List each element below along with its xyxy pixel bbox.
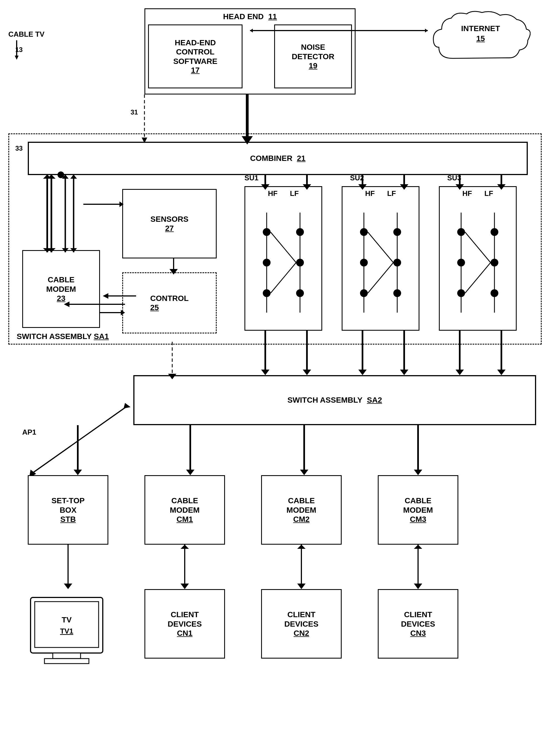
client-cn1-box: CLIENT DEVICES CN1 (144, 589, 225, 658)
stb-label: SET-TOP (52, 496, 85, 506)
su2-box: HF LF (342, 186, 420, 331)
svg-point-12 (263, 259, 270, 266)
sa1-sa2-dashed-arrow (165, 342, 179, 379)
svg-line-27 (368, 232, 393, 263)
svg-marker-48 (456, 184, 464, 190)
svg-marker-109 (62, 248, 69, 252)
su3-down-arrow-left (453, 331, 467, 375)
combiner-su1-arrow-right (300, 174, 314, 190)
svg-marker-106 (414, 545, 422, 549)
cn1-label: CLIENT (168, 610, 202, 619)
head-end-combiner-arrow (236, 95, 258, 144)
combiner-su2-arrow-right (397, 174, 411, 190)
svg-point-31 (457, 228, 465, 236)
switch-assembly-sa2-box: SWITCH ASSEMBLY SA2 (133, 375, 536, 425)
combiner-su2-arrow-left (356, 174, 369, 190)
svg-point-14 (296, 228, 304, 236)
svg-rect-94 (53, 653, 80, 658)
svg-marker-72 (400, 369, 408, 375)
modem-control-arrow (100, 306, 125, 320)
svg-marker-111 (70, 174, 77, 179)
cn2-id: CN2 (285, 629, 319, 638)
svg-marker-83 (74, 469, 82, 475)
dashed-arrow-1 (117, 95, 172, 150)
cm2-cn2-arrow (294, 545, 308, 589)
internet-label: INTERNET (431, 24, 531, 34)
sa2-id: SA2 (367, 396, 382, 404)
svg-marker-91 (64, 584, 72, 589)
svg-line-38 (465, 263, 491, 293)
sensors-label: SENSORS (151, 215, 189, 224)
svg-marker-42 (303, 184, 311, 190)
svg-point-35 (491, 259, 498, 266)
noise-detector-id: 19 (292, 61, 334, 70)
svg-marker-78 (124, 403, 131, 409)
svg-marker-66 (261, 369, 269, 375)
svg-point-21 (360, 228, 368, 236)
modem-to-sensors-arrow (83, 197, 124, 211)
svg-point-25 (393, 259, 401, 266)
svg-marker-44 (358, 184, 367, 190)
svg-marker-85 (186, 469, 194, 475)
cm3-id: CM3 (403, 515, 433, 524)
internet-id: 15 (431, 34, 531, 44)
cm2-label: CABLE (286, 496, 316, 506)
su2-down-arrow-left (356, 331, 369, 375)
svg-point-34 (491, 228, 498, 236)
svg-marker-1 (250, 29, 253, 33)
svg-marker-2 (425, 29, 428, 33)
main-diagram: HEAD END 11 HEAD-END CONTROL SOFTWARE 17… (0, 0, 560, 745)
svg-point-32 (457, 259, 465, 266)
cn2-label: CLIENT (285, 610, 319, 619)
su2-down-arrow-right (397, 331, 411, 375)
svg-marker-60 (169, 269, 178, 274)
cable-modem-23-box: CABLE MODEM 23 (22, 250, 100, 328)
client-cn2-box: CLIENT DEVICES CN2 (261, 589, 342, 658)
stb-id: STB (52, 515, 85, 524)
svg-point-11 (263, 228, 270, 236)
svg-marker-114 (120, 201, 124, 207)
cable-modem-cm3-box: CABLE MODEM CM3 (378, 475, 458, 545)
ref-33: 33 (15, 144, 23, 152)
combiner-box: COMBINER 21 (28, 142, 528, 175)
sensors-control-arrow (167, 258, 180, 274)
combiner-id: 21 (297, 154, 305, 163)
svg-marker-105 (414, 584, 422, 589)
stb-tv-arrow (61, 545, 75, 589)
su3-box: HF LF (439, 186, 517, 331)
svg-point-22 (360, 259, 368, 266)
combiner-left-arrows (61, 174, 83, 252)
svg-marker-8 (142, 137, 147, 143)
svg-marker-89 (414, 469, 422, 475)
combiner-modem-arrow (42, 174, 58, 252)
svg-marker-102 (297, 584, 305, 589)
switch-assembly-sa1-label: SWITCH ASSEMBLY SA1 (17, 332, 109, 341)
sa2-cm3-arrow (411, 425, 425, 475)
svg-point-24 (393, 228, 401, 236)
svg-rect-93 (35, 602, 99, 647)
svg-point-26 (393, 289, 401, 297)
cable-modem-23-label: CABLE (46, 275, 76, 285)
svg-marker-6 (242, 136, 253, 144)
su1-down-arrow-right (300, 331, 314, 375)
sa2-cm1-arrow (183, 425, 197, 475)
set-top-box: SET-TOP BOX STB (28, 475, 108, 545)
combiner-su3-arrow-left (453, 174, 467, 190)
svg-line-37 (465, 232, 491, 263)
combiner-su1-arrow-left (258, 174, 272, 190)
sa2-cm2-arrow (297, 425, 311, 475)
tv-box: TV TV1 (22, 589, 111, 678)
head-end-id: 11 (268, 12, 277, 21)
cm1-cn1-arrow (178, 545, 192, 589)
svg-marker-100 (180, 545, 189, 549)
svg-marker-40 (261, 184, 269, 190)
head-end-box: HEAD END 11 HEAD-END CONTROL SOFTWARE 17… (144, 8, 356, 95)
svg-marker-62 (64, 301, 69, 307)
client-cn3-box: CLIENT DEVICES CN3 (378, 589, 458, 658)
svg-marker-64 (121, 310, 125, 315)
su3-down-arrow-right (494, 331, 508, 375)
head-end-control-box: HEAD-END CONTROL SOFTWARE 17 (148, 25, 242, 88)
internet-noise-arrow (250, 26, 433, 35)
svg-point-15 (296, 259, 304, 266)
cn3-id: CN3 (401, 629, 435, 638)
